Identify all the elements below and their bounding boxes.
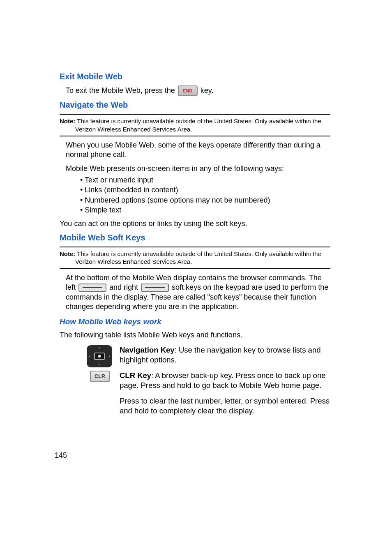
heading-navigate-the-web: Navigate the Web bbox=[60, 100, 330, 110]
softkeys-para: At the bottom of the Mobile Web display … bbox=[66, 273, 330, 312]
right-softkey-icon bbox=[141, 284, 169, 292]
bullet-item: Links (embedded in content) bbox=[80, 185, 330, 195]
end-key-icon bbox=[178, 85, 198, 96]
table-row: Navigation Key: Use the navigation key t… bbox=[84, 345, 330, 371]
exit-instruction: To exit the Mobile Web, press the key. bbox=[66, 85, 330, 96]
navigate-para2: Mobile Web presents on-screen items in a… bbox=[66, 164, 330, 173]
left-softkey-icon bbox=[78, 284, 106, 292]
note-softkeys: Note: This feature is currently unavaila… bbox=[75, 250, 330, 266]
bullet-item: Numbered options (some options may not b… bbox=[80, 195, 330, 205]
note-navigate: Note: This feature is currently unavaila… bbox=[75, 117, 330, 133]
document-page: Exit Mobile Web To exit the Mobile Web, … bbox=[0, 0, 392, 422]
divider bbox=[60, 247, 330, 247]
key-icon-cell: CLR bbox=[84, 371, 120, 422]
clr-key-icon: CLR bbox=[90, 371, 110, 382]
note-label: Note: bbox=[60, 118, 75, 125]
heading-exit-mobile-web: Exit Mobile Web bbox=[60, 72, 330, 81]
key-icon-cell bbox=[84, 345, 120, 371]
key-text-2: Press to clear the last number, letter, … bbox=[120, 396, 330, 416]
navigate-para3: You can act on the options or links by u… bbox=[60, 219, 330, 228]
bullet-item: Text or numeric input bbox=[80, 175, 330, 185]
exit-text-before: To exit the Mobile Web, press the bbox=[66, 86, 177, 95]
key-name: CLR Key bbox=[120, 371, 151, 380]
key-desc: Navigation Key: Use the navigation key t… bbox=[120, 345, 330, 371]
table-row: CLR CLR Key: A browser back-up key. Pres… bbox=[84, 371, 330, 422]
heading-how-keys-work: How Mobile Web keys work bbox=[60, 317, 330, 326]
page-number: 145 bbox=[55, 451, 67, 460]
key-name: Navigation Key bbox=[120, 346, 175, 354]
note-label: Note: bbox=[60, 250, 75, 257]
exit-text-after: key. bbox=[201, 86, 214, 95]
divider bbox=[60, 268, 330, 269]
navigate-para1: When you use Mobile Web, some of the key… bbox=[66, 141, 330, 160]
note-text: This feature is currently unavailable ou… bbox=[75, 118, 321, 133]
divider bbox=[60, 114, 330, 115]
divider bbox=[60, 136, 330, 136]
keys-intro: The following table lists Mobile Web key… bbox=[60, 330, 330, 340]
bullet-item: Simple text bbox=[80, 205, 330, 215]
keys-table: Navigation Key: Use the navigation key t… bbox=[84, 345, 330, 422]
heading-mobile-web-soft-keys: Mobile Web Soft Keys bbox=[60, 233, 330, 242]
note-text: This feature is currently unavailable ou… bbox=[75, 250, 321, 265]
softkeys-text-2: and right bbox=[109, 283, 140, 291]
navigate-bullets: Text or numeric input Links (embedded in… bbox=[80, 175, 330, 215]
key-desc: CLR Key: A browser back-up key. Press on… bbox=[120, 371, 330, 422]
navigation-key-icon bbox=[87, 345, 112, 367]
